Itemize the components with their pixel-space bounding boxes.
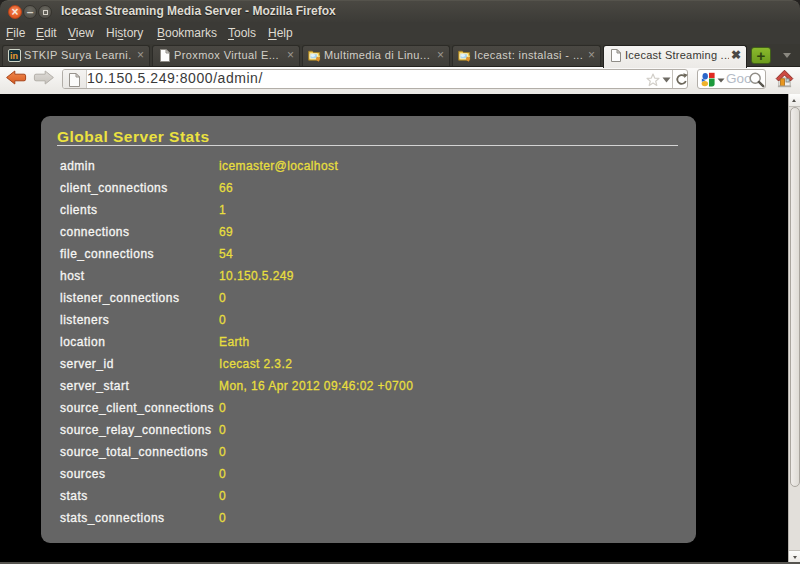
svg-text:in: in — [10, 51, 18, 61]
